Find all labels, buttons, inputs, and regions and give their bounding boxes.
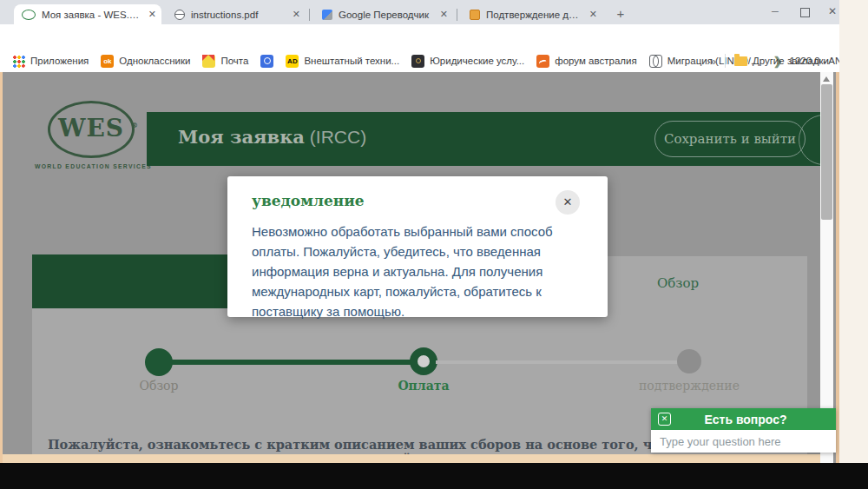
tab-title: instructions.pdf bbox=[191, 10, 287, 20]
tab-google-translate[interactable]: Google Переводчик ✕ bbox=[314, 4, 453, 24]
browser-toolbar: ← → ↻ applications.wes.org/onlineapp/?re… bbox=[0, 24, 839, 50]
bookmark-apps[interactable]: Приложения bbox=[12, 55, 89, 68]
page-header: Моя заявка (IRCC) Сохранить и выйти bbox=[147, 112, 820, 166]
bookmark-freelance-tech[interactable]: AD Внештатный техни... bbox=[286, 55, 399, 68]
progress-line-todo bbox=[436, 360, 679, 364]
progress-step-todo-icon bbox=[677, 349, 701, 373]
notification-modal: уведомление ✕ Невозможно обработать выбр… bbox=[227, 176, 608, 317]
bookmark-odnoklassniki[interactable]: ok Одноклассники bbox=[101, 55, 190, 68]
folder-icon bbox=[734, 56, 747, 66]
desktop-background bbox=[839, 0, 868, 463]
progress-step-done-icon bbox=[145, 348, 173, 376]
window-maximize-button[interactable] bbox=[791, 0, 819, 23]
step-tab-review[interactable]: Обзор bbox=[657, 275, 699, 291]
other-bookmarks-button[interactable]: Другие закладки bbox=[753, 56, 829, 66]
tab-close-icon[interactable]: ✕ bbox=[143, 9, 161, 20]
page-title: Моя заявка (IRCC) bbox=[178, 126, 366, 148]
scrollbar-thumb[interactable] bbox=[821, 84, 832, 220]
tab-close-icon[interactable]: ✕ bbox=[435, 9, 453, 20]
tab-close-icon[interactable]: ✕ bbox=[584, 9, 602, 20]
bookmark-mail[interactable]: Почта bbox=[202, 55, 248, 68]
blue-lens-icon bbox=[260, 55, 273, 68]
tab-title: Моя заявка - WES.org bbox=[42, 10, 143, 20]
forum-favicon-icon bbox=[470, 10, 480, 20]
tab-separator bbox=[309, 9, 310, 21]
browser-window: Моя заявка - WES.org ✕ instructions.pdf … bbox=[0, 0, 839, 463]
tab-title: Подтверждение диплома для и bbox=[486, 10, 584, 20]
bookmark-australia-forum[interactable]: форум австралия bbox=[536, 55, 636, 68]
progress-step-current-icon bbox=[410, 347, 437, 375]
wes-logo: WES® WORLD EDUCATION SERVICES bbox=[35, 101, 148, 169]
tab-wes[interactable]: Моя заявка - WES.org ✕ bbox=[14, 4, 161, 24]
chat-title: Есть вопрос? bbox=[671, 413, 820, 426]
chat-widget: ✕ Есть вопрос? bbox=[651, 408, 836, 453]
modal-close-button[interactable]: ✕ bbox=[556, 190, 580, 215]
wes-favicon-icon bbox=[22, 10, 36, 20]
progress-line-done bbox=[170, 360, 413, 365]
page-viewport: WES® WORLD EDUCATION SERVICES Моя заявка… bbox=[0, 72, 839, 463]
decorative-circle bbox=[799, 115, 820, 165]
tab-instructions-pdf[interactable]: instructions.pdf ✕ bbox=[167, 4, 306, 24]
tab-separator bbox=[457, 9, 457, 21]
translate-favicon-icon bbox=[322, 10, 332, 20]
bookmark-icon-only[interactable] bbox=[260, 55, 273, 68]
modal-title: уведомление bbox=[252, 192, 365, 209]
taskbar: ENG 23:29 21.09.2019 bbox=[0, 463, 868, 489]
chat-question-input[interactable] bbox=[651, 430, 836, 453]
new-tab-button[interactable]: + bbox=[610, 5, 631, 23]
tab-close-icon[interactable]: ✕ bbox=[287, 9, 306, 20]
ok-icon: ok bbox=[101, 55, 114, 68]
modal-body-text: Невозможно обработать выбранный вами спо… bbox=[252, 221, 589, 321]
progress-label-payment: Оплата bbox=[389, 379, 458, 393]
tab-forum[interactable]: Подтверждение диплома для и ✕ bbox=[462, 4, 602, 24]
apps-grid-icon bbox=[12, 55, 25, 68]
page-edge bbox=[0, 72, 3, 463]
progress-label-review: Обзор bbox=[133, 379, 185, 393]
divider bbox=[725, 54, 726, 68]
chat-header[interactable]: ✕ Есть вопрос? bbox=[651, 408, 836, 430]
mail-envelope-icon bbox=[202, 55, 215, 68]
logo-subtext: WORLD EDUCATION SERVICES bbox=[35, 163, 148, 169]
save-and-exit-button[interactable]: Сохранить и выйти bbox=[654, 121, 806, 157]
page-scrollbar[interactable] bbox=[820, 72, 833, 463]
bookmark-legal-services[interactable]: Юридические услу... bbox=[411, 55, 524, 68]
emblem-icon bbox=[411, 55, 424, 68]
kangaroo-icon bbox=[536, 55, 549, 68]
scrollbar-up-icon[interactable] bbox=[823, 76, 830, 82]
window-minimize-button[interactable]: ─ bbox=[761, 0, 789, 23]
ad-icon: AD bbox=[286, 55, 299, 68]
progress-label-confirmation: подтверждение bbox=[628, 379, 750, 393]
tab-title: Google Переводчик bbox=[339, 10, 435, 20]
pdf-globe-favicon-icon bbox=[174, 10, 185, 20]
tab-strip: Моя заявка - WES.org ✕ instructions.pdf … bbox=[0, 0, 839, 24]
globe-icon bbox=[649, 55, 662, 68]
page-bottom-strip bbox=[3, 454, 833, 463]
bookmarks-overflow-icon[interactable]: » bbox=[710, 55, 716, 68]
chat-close-icon[interactable]: ✕ bbox=[658, 413, 671, 426]
bookmarks-bar: Приложения ok Одноклассники Почта AD Вне… bbox=[0, 50, 839, 73]
